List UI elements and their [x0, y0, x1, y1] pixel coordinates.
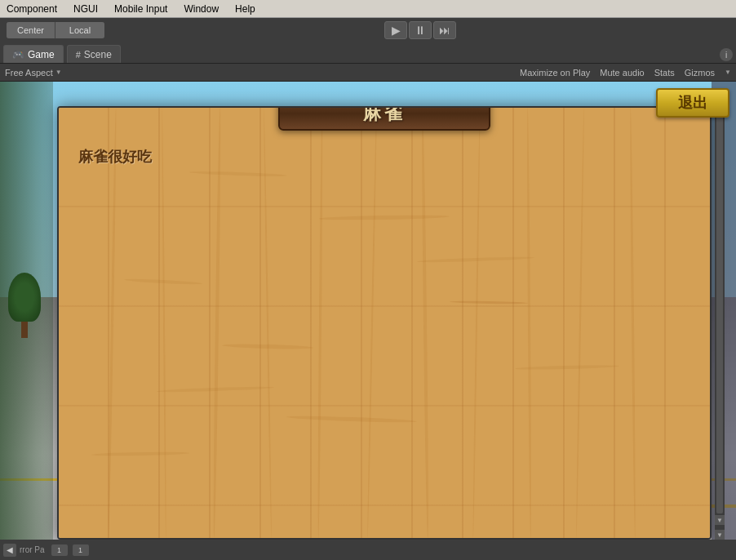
game-tab-icon: 🎮	[12, 49, 24, 60]
scene-tab-label: Scene	[84, 49, 112, 60]
stats-label[interactable]: Stats	[654, 68, 675, 78]
maximize-on-play-label[interactable]: Maximize on Play	[520, 68, 590, 78]
tabs-row: 🎮 Game # Scene i	[0, 42, 736, 64]
bottom-nav-left[interactable]: ◀	[3, 544, 16, 557]
scroll-down-arrow-2[interactable]: ▼	[715, 530, 725, 540]
gizmos-label[interactable]: Gizmos	[685, 68, 715, 78]
error-panel-label: rror Pa	[20, 545, 45, 554]
info-button[interactable]: i	[720, 48, 733, 61]
game-tab-label: Game	[28, 49, 55, 60]
toolbar: Center Local ▶ ⏸ ⏭	[0, 18, 736, 42]
menu-window[interactable]: Window	[180, 2, 222, 16]
tab-game[interactable]: 🎮 Game	[3, 45, 64, 63]
wood-grain	[59, 108, 710, 538]
wood-floor	[59, 108, 710, 538]
bottom-icon-1[interactable]: 1	[51, 544, 68, 556]
transform-group: Center Local	[7, 22, 104, 38]
quit-button[interactable]: 退出	[656, 88, 729, 118]
scrollbar-track	[716, 111, 723, 513]
chevron-down-icon: ▼	[55, 69, 62, 76]
left-side-panel	[0, 82, 53, 560]
pause-button[interactable]: ⏸	[409, 21, 432, 39]
aspect-dropdown[interactable]: Free Aspect ▼	[5, 68, 62, 78]
aspect-label: Free Aspect	[5, 68, 53, 78]
tab-scene[interactable]: # Scene	[67, 45, 121, 63]
game-subtitle: 麻雀很好吃	[78, 147, 152, 167]
options-right: Maximize on Play Mute audio Stats Gizmos…	[520, 68, 731, 78]
center-button[interactable]: Center	[7, 22, 55, 38]
menu-ngui[interactable]: NGUI	[70, 2, 101, 16]
local-button[interactable]: Local	[55, 22, 104, 38]
mute-audio-label[interactable]: Mute audio	[600, 68, 644, 78]
game-viewport: 退出	[0, 82, 736, 560]
bottom-icons: 1 1	[50, 543, 91, 558]
game-panel: 麻雀 麻雀很好吃	[57, 106, 712, 540]
bottom-icon-2[interactable]: 1	[73, 544, 89, 556]
tree-trunk	[21, 322, 28, 338]
scene-tab-icon: #	[76, 50, 81, 60]
menu-help[interactable]: Help	[232, 2, 259, 16]
bottom-bar: ◀ rror Pa 1 1	[0, 540, 736, 560]
tree-left	[8, 273, 41, 338]
play-controls: ▶ ⏸ ⏭	[384, 21, 456, 39]
right-scroll-area: ▲ ▼ ▼	[715, 100, 725, 540]
gizmos-chevron-icon: ▼	[725, 69, 731, 76]
title-banner: 麻雀	[278, 106, 490, 131]
menu-bar: Component NGUI Mobile Input Window Help	[0, 0, 736, 18]
options-bar: Free Aspect ▼ Maximize on Play Mute audi…	[0, 64, 736, 82]
menu-component[interactable]: Component	[3, 2, 60, 16]
tree-top	[8, 273, 41, 322]
step-button[interactable]: ⏭	[433, 21, 456, 39]
menu-mobile-input[interactable]: Mobile Input	[111, 2, 171, 16]
game-title: 麻雀	[363, 106, 406, 126]
play-button[interactable]: ▶	[384, 21, 407, 39]
scroll-down-arrow[interactable]: ▼	[715, 515, 725, 525]
quit-button-label: 退出	[678, 93, 707, 113]
